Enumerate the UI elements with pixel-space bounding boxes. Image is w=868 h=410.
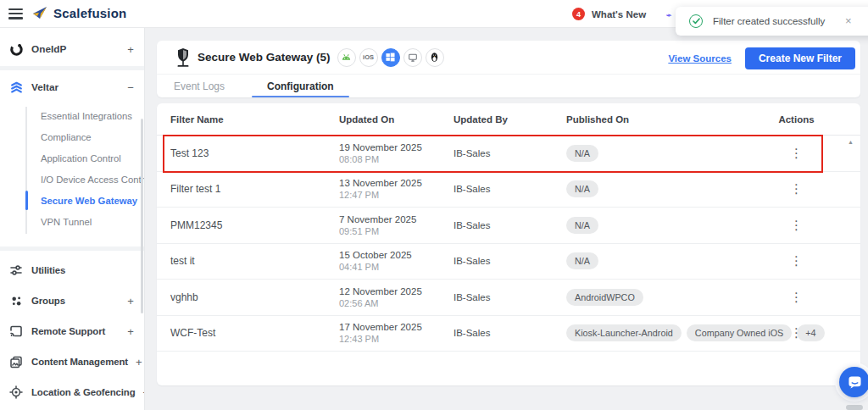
updated-on-cell: 7 November 202509:51 PM <box>339 214 453 236</box>
column-header-updated-on: Updated On <box>339 114 453 125</box>
published-on-cell: Kiosk-Launcher-AndroidCompany Owned iOS+… <box>566 324 753 341</box>
table-row[interactable]: WCF-Test17 November 202512:43 PMIB-Sales… <box>157 316 860 352</box>
brand-name: Scalefusion <box>53 6 126 20</box>
sidebar-item-groups[interactable]: Groups + <box>8 290 144 312</box>
expand-icon[interactable]: + <box>143 386 145 399</box>
page-header-card: Secure Web Gateway (5) iOS View Sources … <box>157 41 860 97</box>
success-check-icon <box>689 14 703 28</box>
column-header-actions: Actions <box>753 114 860 125</box>
row-actions-menu-icon[interactable]: ⋮ <box>790 147 803 159</box>
sidebar-item-io-device-access-control[interactable]: I/O Device Access Control <box>0 169 144 190</box>
scalefusion-logo-icon <box>31 4 48 21</box>
notification-badge: 4 <box>572 8 585 20</box>
view-sources-link[interactable]: View Sources <box>668 53 732 64</box>
brand-logo[interactable]: Scalefusion <box>31 4 126 21</box>
sliders-icon <box>8 263 24 278</box>
android-icon <box>337 48 356 67</box>
table-header-row: Filter Name Updated On Updated By Publis… <box>157 103 860 136</box>
actions-cell: ⋮ <box>753 253 860 269</box>
chat-bubble-icon <box>848 375 862 389</box>
table-row[interactable]: Test 12319 November 202508:08 PMIB-Sales… <box>157 136 860 172</box>
expand-icon[interactable]: + <box>125 325 136 338</box>
updated-by-cell: IB-Sales <box>453 148 566 158</box>
sidebar-item-secure-web-gateway[interactable]: Secure Web Gateway <box>0 190 144 211</box>
actions-cell: ⋮ <box>753 146 860 161</box>
divider <box>0 247 144 251</box>
close-icon[interactable]: × <box>845 15 852 26</box>
actions-cell: ⋮ <box>753 218 860 233</box>
updated-by-cell: IB-Sales <box>453 292 566 302</box>
sidebar-item-oneidp[interactable]: OneIdP + <box>8 38 144 60</box>
target-icon <box>8 385 24 400</box>
updated-by-cell: IB-Sales <box>453 184 566 194</box>
ios-icon: iOS <box>359 48 378 67</box>
published-on-cell: N/A <box>566 180 753 197</box>
chat-frame-handle <box>846 405 863 410</box>
whats-new-button[interactable]: 4 What's New <box>572 0 646 28</box>
partial-hidden-icon: ⌁ <box>665 9 675 20</box>
sidebar-item-utilities[interactable]: Utilities <box>8 259 144 281</box>
sidebar: OneIdP + Veltar − Essential Integrations… <box>0 28 145 410</box>
chat-launcher-button[interactable] <box>839 367 868 397</box>
sidebar-item-compliance[interactable]: Compliance <box>0 126 144 147</box>
filters-table-card: Filter Name Updated On Updated By Publis… <box>157 103 860 385</box>
toast-message: Filter created successfully <box>713 16 825 26</box>
updated-by-cell: IB-Sales <box>453 220 566 230</box>
sidebar-item-veltar[interactable]: Veltar − <box>8 76 144 98</box>
filter-name-cell: PMM12345 <box>157 219 339 231</box>
filter-name-cell: Test 123 <box>157 147 339 159</box>
sidebar-scrollbar[interactable] <box>141 119 143 313</box>
platform-icons: iOS <box>337 48 444 67</box>
tab-event-logs[interactable]: Event Logs <box>164 75 235 97</box>
published-profile-pill: N/A <box>566 217 598 234</box>
filter-name-cell: WCF-Test <box>157 327 339 339</box>
cast-icon <box>8 324 24 339</box>
column-header-filter-name: Filter Name <box>157 114 339 125</box>
row-actions-menu-icon[interactable]: ⋮ <box>790 291 803 303</box>
table-body: Test 12319 November 202508:08 PMIB-Sales… <box>157 136 860 352</box>
published-profile-pill: N/A <box>566 252 598 269</box>
table-row[interactable]: test it15 October 202504:41 PMIB-SalesN/… <box>157 244 860 280</box>
updated-on-cell: 15 October 202504:41 PM <box>339 250 453 272</box>
macos-icon <box>403 48 422 67</box>
sidebar-item-remote-support[interactable]: Remote Support + <box>8 320 144 342</box>
row-actions-menu-icon[interactable]: ⋮ <box>790 254 803 267</box>
published-on-cell: N/A <box>566 252 753 269</box>
expand-icon[interactable]: + <box>125 295 136 308</box>
table-row[interactable]: vghhb12 November 202502:56 AMIB-SalesAnd… <box>157 280 860 316</box>
expand-icon[interactable]: + <box>136 356 142 368</box>
actions-cell: ⋮ <box>753 181 860 197</box>
windows-icon <box>381 48 400 67</box>
table-row[interactable]: Filter test 113 November 202512:47 PMIB-… <box>157 172 860 208</box>
sidebar-item-application-control[interactable]: Application Control <box>0 147 144 169</box>
sidebar-item-content-management[interactable]: Content Management + <box>8 351 144 373</box>
table-row[interactable]: PMM123457 November 202509:51 PMIB-SalesN… <box>157 208 860 244</box>
column-header-published-on: Published On <box>566 114 753 125</box>
media-icon <box>8 354 24 369</box>
veltar-submenu: Essential Integrations Compliance Applic… <box>0 98 144 241</box>
row-actions-menu-icon[interactable]: ⋮ <box>790 326 803 339</box>
filter-name-cell: Filter test 1 <box>157 183 339 195</box>
create-new-filter-button[interactable]: Create New Filter <box>745 47 855 69</box>
whats-new-label: What's New <box>592 9 646 19</box>
active-tab-underline <box>252 96 349 98</box>
published-profile-pill: Kiosk-Launcher-Android <box>566 324 682 341</box>
updated-on-cell: 17 November 202512:43 PM <box>339 322 453 344</box>
sidebar-item-essential-integrations[interactable]: Essential Integrations <box>0 105 144 126</box>
page-title-row: Secure Web Gateway (5) iOS View Sources … <box>157 41 860 75</box>
row-actions-menu-icon[interactable]: ⋮ <box>790 182 803 195</box>
active-indicator <box>25 191 28 210</box>
tab-configuration[interactable]: Configuration <box>257 75 344 97</box>
sidebar-item-location-geofencing[interactable]: Location & Geofencing + <box>8 381 144 403</box>
filter-name-cell: test it <box>157 255 339 267</box>
actions-cell: ⋮ <box>753 325 860 341</box>
published-profile-pill: AndroidWPCO <box>566 289 643 306</box>
tab-bar: Event Logs Configuration <box>157 75 344 97</box>
hamburger-menu-icon[interactable] <box>8 8 23 19</box>
collapse-icon[interactable]: − <box>125 81 136 94</box>
scrollbar-up-arrow[interactable]: ▲ <box>848 139 854 145</box>
sidebar-item-vpn-tunnel[interactable]: VPN Tunnel <box>0 211 144 232</box>
row-actions-menu-icon[interactable]: ⋮ <box>790 219 803 231</box>
expand-icon[interactable]: + <box>125 43 136 56</box>
page-title: Secure Web Gateway (5) <box>198 51 331 64</box>
